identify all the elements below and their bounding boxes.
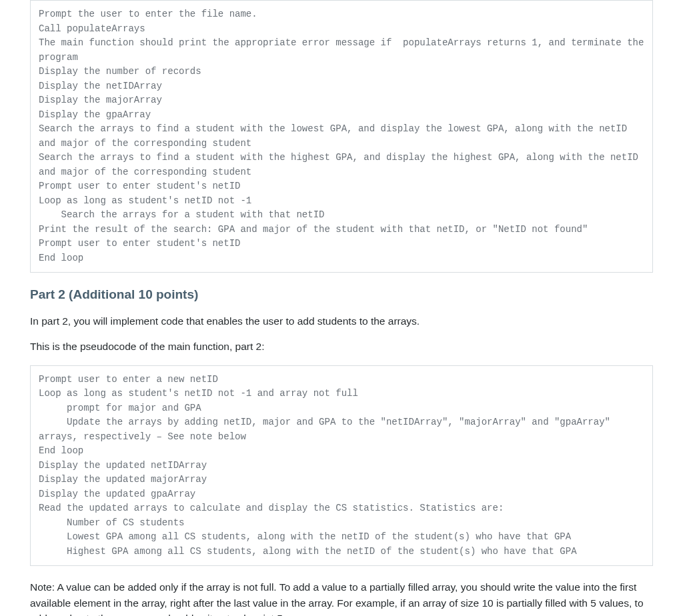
document-content: Prompt the user to enter the file name. … (0, 0, 683, 616)
note-paragraph: Note: A value can be added only if the a… (30, 579, 653, 616)
pseudocode-block-1: Prompt the user to enter the file name. … (30, 0, 653, 273)
part-2-heading: Part 2 (Additional 10 points) (30, 287, 653, 302)
intro-paragraph-2: This is the pseudocode of the main funct… (30, 339, 653, 354)
intro-paragraph-1: In part 2, you will implement code that … (30, 314, 653, 329)
pseudocode-block-2: Prompt user to enter a new netID Loop as… (30, 365, 653, 567)
